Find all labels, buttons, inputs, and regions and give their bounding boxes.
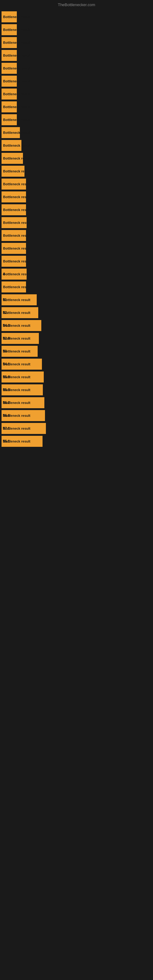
bar-row: Bottleneck result (2, 178, 150, 189)
bar-row: Bottleneck result55.1 (2, 436, 150, 447)
bar-fill: Bottleneck result55.1 (2, 436, 43, 447)
bar-fill: Bottleneck result (2, 50, 17, 61)
bar-container: Bottleneck result56.6 (2, 410, 142, 421)
bar-container: Bottleneck result55.1 (2, 436, 142, 447)
bar-label: Bottleneck result (2, 282, 30, 293)
bar-label: Bottleneck result (2, 11, 30, 22)
bar-fill: Bottleneck result (2, 101, 17, 112)
bar-container: Bottleneck result (2, 166, 142, 177)
bar-label: Bottleneck result (2, 101, 30, 112)
bar-container: Bottleneck result (2, 37, 142, 48)
bar-container: Bottleneck result (2, 11, 142, 22)
bar-label: Bottleneck result (2, 397, 30, 408)
bar-row: Bottleneck result4 (2, 269, 150, 280)
bar-container: Bottleneck result (2, 230, 142, 241)
bar-fill: Bottleneck result4 (2, 269, 27, 280)
bar-label: Bottleneck result (2, 24, 30, 35)
bar-container: Bottleneck result (2, 191, 142, 202)
bar-row: Bottleneck result50 (2, 346, 150, 357)
bar-row: Bottleneck result (2, 217, 150, 228)
bar-container: Bottleneck result (2, 217, 142, 228)
bar-container: Bottleneck result (2, 63, 142, 74)
bar-fill: Bottleneck result (2, 256, 26, 267)
bar-fill: Bottleneck result (2, 178, 26, 189)
bar-container: Bottleneck result (2, 140, 142, 151)
bar-fill: Bottleneck result (2, 191, 26, 202)
bar-container: Bottleneck result52. (2, 307, 142, 318)
bar-container: Bottleneck result52.9 (2, 333, 142, 344)
bar-fill: Bottleneck result50 (2, 346, 38, 357)
bar-container: Bottleneck result54.3 (2, 320, 142, 331)
bar-row: Bottleneck result55.3 (2, 384, 150, 395)
bar-fill: Bottleneck result57.1 (2, 423, 46, 434)
bar-fill: Bottleneck result (2, 204, 26, 215)
bar-row: Bottleneck result (2, 11, 150, 22)
bar-fill: Bottleneck result54.1 (2, 359, 42, 370)
bar-row: Bottleneck result (2, 114, 150, 125)
bar-label: Bottleneck result (2, 320, 30, 331)
bar-label: Bottleneck result (2, 230, 30, 241)
bar-row: Bottleneck result56.6 (2, 410, 150, 421)
bar-label: Bottleneck result (2, 410, 30, 421)
bar-fill: Bottleneck result52. (2, 307, 38, 318)
bar-container: Bottleneck result (2, 282, 142, 293)
bar-label: Bottleneck result (2, 269, 30, 280)
bar-label: Bottleneck result (2, 243, 30, 254)
bar-container: Bottleneck result55.9 (2, 371, 142, 382)
bar-container: Bottleneck result (2, 256, 142, 267)
bar-label: Bottleneck result (2, 294, 30, 305)
bar-fill: Bottleneck result (2, 153, 23, 164)
bar-container: Bottleneck result (2, 114, 142, 125)
bar-container: Bottleneck result57.1 (2, 423, 142, 434)
bar-label: Bottleneck result (2, 178, 30, 189)
site-title: TheBottlenecker.com (0, 0, 153, 8)
bar-label: Bottleneck result (2, 153, 30, 164)
bar-label: Bottleneck result (2, 89, 30, 100)
bar-row: Bottleneck result51 (2, 294, 150, 305)
bar-container: Bottleneck result54.1 (2, 359, 142, 370)
bar-container: Bottleneck result (2, 204, 142, 215)
bar-row: Bottleneck result (2, 101, 150, 112)
bar-container: Bottleneck result (2, 24, 142, 35)
bar-container: Bottleneck result (2, 76, 142, 87)
bar-row: Bottleneck result (2, 191, 150, 202)
bar-label: Bottleneck result (2, 191, 30, 202)
bar-container: Bottleneck result (2, 153, 142, 164)
bar-label: Bottleneck result (2, 307, 30, 318)
bar-fill: Bottleneck result (2, 217, 27, 228)
bar-fill: Bottleneck result (2, 76, 17, 87)
bar-container: Bottleneck result (2, 101, 142, 112)
bar-label: Bottleneck result (2, 359, 30, 370)
bar-container: Bottleneck result4 (2, 269, 142, 280)
bar-container: Bottleneck result50 (2, 346, 142, 357)
bar-row: Bottleneck result (2, 282, 150, 293)
bar-row: Bottleneck result (2, 127, 150, 138)
bar-fill: Bottleneck result54.3 (2, 320, 41, 331)
bar-container: Bottleneck result (2, 89, 142, 100)
bar-row: Bottleneck result (2, 204, 150, 215)
bar-row: Bottleneck result (2, 89, 150, 100)
bar-label: Bottleneck result (2, 384, 30, 395)
bar-container: Bottleneck result (2, 127, 142, 138)
bar-row: Bottleneck result (2, 243, 150, 254)
bar-fill: Bottleneck result (2, 166, 24, 177)
bar-row: Bottleneck result55.9 (2, 371, 150, 382)
bar-row: Bottleneck result (2, 153, 150, 164)
bar-fill: Bottleneck result (2, 63, 17, 74)
bar-row: Bottleneck result (2, 140, 150, 151)
bar-container: Bottleneck result (2, 50, 142, 61)
bar-fill: Bottleneck result (2, 282, 26, 293)
bar-fill: Bottleneck result (2, 230, 26, 241)
bar-fill: Bottleneck result (2, 24, 17, 35)
bar-row: Bottleneck result (2, 63, 150, 74)
bar-container: Bottleneck result (2, 243, 142, 254)
bar-fill: Bottleneck result55.3 (2, 384, 43, 395)
bar-label: Bottleneck result (2, 436, 30, 447)
bar-container: Bottleneck result51 (2, 294, 142, 305)
bar-label: Bottleneck result (2, 76, 30, 87)
bar-label: Bottleneck result (2, 423, 30, 434)
bar-label: Bottleneck result (2, 204, 30, 215)
bar-label: Bottleneck result (2, 114, 30, 125)
bar-fill: Bottleneck result (2, 37, 17, 48)
bar-container: Bottleneck result56.2 (2, 397, 142, 408)
